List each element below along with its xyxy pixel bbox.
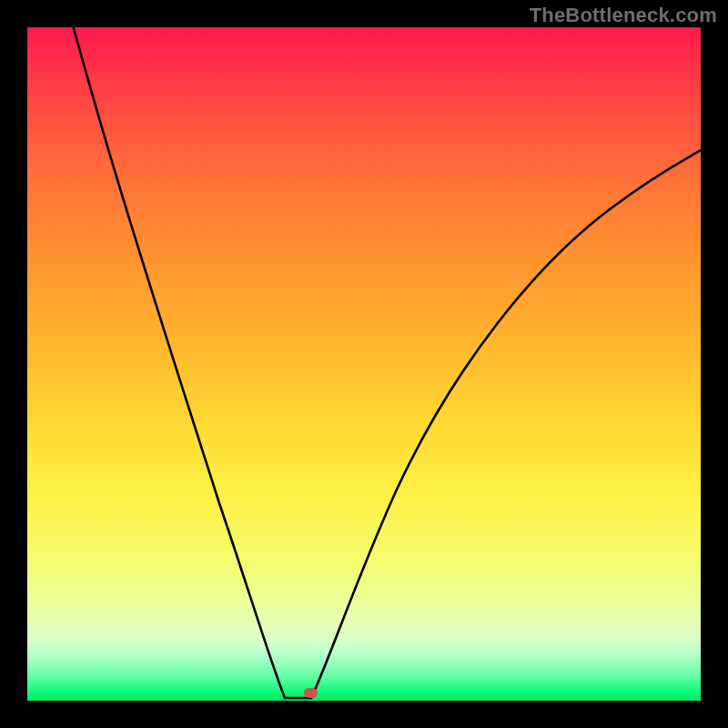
plot-area [27,27,701,701]
curve-left-branch [27,27,285,698]
chart-frame: TheBottleneck.com [0,0,728,728]
bottleneck-curve [27,27,701,701]
curve-right-branch [311,150,701,698]
minimum-marker [304,688,318,698]
watermark-text: TheBottleneck.com [530,4,717,27]
